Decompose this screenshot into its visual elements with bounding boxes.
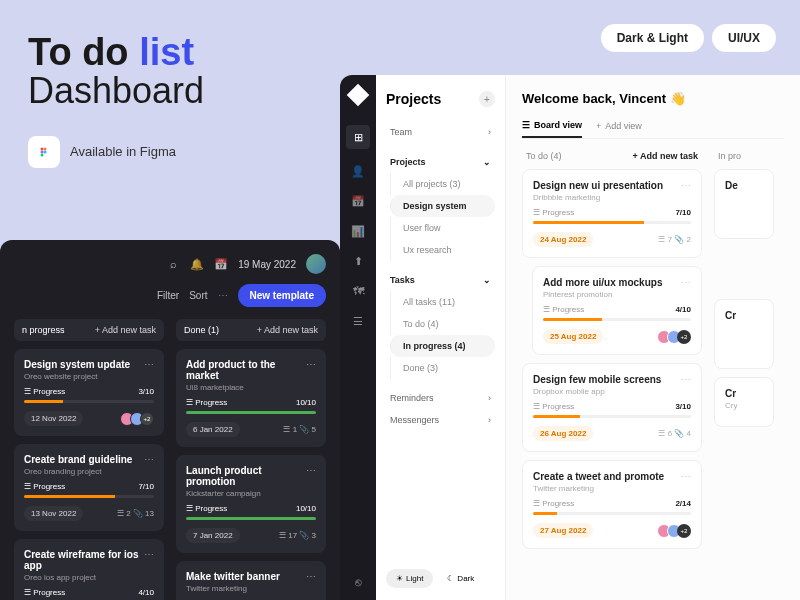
card-title: Design few mobile screens <box>533 374 691 385</box>
pill-uiux[interactable]: UI/UX <box>712 24 776 52</box>
more-icon[interactable]: ⋯ <box>306 571 316 582</box>
more-icon[interactable]: ⋯ <box>681 471 691 482</box>
card-subtitle: Dribbble marketing <box>533 193 691 202</box>
sidebar-item-design-system[interactable]: Design system <box>390 195 495 217</box>
svg-point-2 <box>41 150 44 153</box>
task-card[interactable]: CrCry <box>714 377 774 427</box>
new-template-button[interactable]: New template <box>238 284 326 307</box>
card-title: Make twitter banner <box>186 571 316 582</box>
card-subtitle: Ui8 marketplace <box>186 383 316 392</box>
task-card[interactable]: ⋯ Design few mobile screens Dropbox mobi… <box>522 363 702 452</box>
upload-icon[interactable]: ⬆ <box>350 253 366 269</box>
more-icon[interactable]: ⋯ <box>144 549 154 560</box>
task-card[interactable]: ⋯ Add more ui/ux mockups Pinterest promo… <box>532 266 702 355</box>
card-subtitle: Pinterest promotion <box>543 290 691 299</box>
sidebar-item-user-flow[interactable]: User flow <box>390 217 495 239</box>
app-logo-icon[interactable] <box>347 84 370 107</box>
card-date: 6 Jan 2022 <box>186 422 240 437</box>
add-project-button[interactable]: + <box>479 91 495 107</box>
more-icon[interactable]: ⋯ <box>144 359 154 370</box>
search-icon[interactable]: ⌕ <box>166 257 180 271</box>
view-tabs: ☰ Board view + Add view <box>522 120 784 139</box>
card-subtitle: Twitter marketing <box>533 484 691 493</box>
card-subtitle: Oreo branding project <box>24 467 154 476</box>
sidebar-item-ux-research[interactable]: Ux research <box>390 239 495 261</box>
card-date: 13 Nov 2022 <box>24 506 83 521</box>
task-card[interactable]: ⋯ Launch product promotion Kickstarter c… <box>176 455 326 553</box>
card-title: Add more ui/ux mockups <box>543 277 691 288</box>
card-date: 26 Aug 2022 <box>533 426 593 441</box>
dark-column-progress: n progress+ Add new task ⋯ Design system… <box>14 319 164 600</box>
task-card[interactable]: ⋯ Design system update Oreo website proj… <box>14 349 164 436</box>
figma-badge[interactable]: Available in Figma <box>28 136 204 168</box>
more-icon[interactable]: ⋯ <box>306 465 316 476</box>
calendar-icon[interactable]: 📅 <box>350 193 366 209</box>
task-card[interactable]: ⋯ Create wireframe for ios app Oreo ios … <box>14 539 164 600</box>
task-card[interactable]: ⋯ Add product to the market Ui8 marketpl… <box>176 349 326 447</box>
nav-rail: ⊞ 👤 📅 📊 ⬆ 🗺 ☰ ⎋ <box>340 75 376 600</box>
avatar[interactable] <box>306 254 326 274</box>
svg-point-0 <box>41 147 44 150</box>
card-title: Design new ui presentation <box>533 180 691 191</box>
bell-icon[interactable]: 🔔 <box>190 257 204 271</box>
hero-title-2: Dashboard <box>28 70 204 112</box>
more-icon[interactable]: ⋯ <box>681 180 691 191</box>
card-title: Create a tweet and promote <box>533 471 691 482</box>
settings-icon[interactable]: ☰ <box>350 313 366 329</box>
sidebar-item-messengers[interactable]: Messengers› <box>386 409 495 431</box>
main-content: Welcome back, Vincent 👋 ☰ Board view + A… <box>506 75 800 600</box>
sidebar-item-todo[interactable]: To do (4) <box>390 313 495 335</box>
card-title: Add product to the market <box>186 359 316 381</box>
calendar-icon[interactable]: 📅 <box>214 257 228 271</box>
more-icon[interactable]: ⋯ <box>681 277 691 288</box>
sidebar-item-in-progress[interactable]: In progress (4) <box>390 335 495 357</box>
task-card[interactable]: ⋯ Make twitter banner Twitter marketing … <box>176 561 326 600</box>
add-task-button[interactable]: + Add new task <box>633 151 698 161</box>
map-icon[interactable]: 🗺 <box>350 283 366 299</box>
grid-icon[interactable]: ⊞ <box>346 125 370 149</box>
user-icon[interactable]: 👤 <box>350 163 366 179</box>
card-subtitle: Kickstarter campaign <box>186 489 316 498</box>
task-card[interactable]: ⋯ Create brand guideline Oreo branding p… <box>14 444 164 531</box>
more-icon[interactable]: ⋯ <box>306 359 316 370</box>
hero-section: To do list Dashboard Available in Figma <box>28 32 204 168</box>
light-mode-button[interactable]: ☀ Light <box>386 569 433 588</box>
card-title: Create brand guideline <box>24 454 154 465</box>
sidebar-item-tasks[interactable]: Tasks⌄ <box>386 269 495 291</box>
dark-mode-button[interactable]: ☾ Dark <box>437 569 484 588</box>
pill-group: Dark & Light UI/UX <box>601 24 776 52</box>
more-icon[interactable]: ⋯ <box>144 454 154 465</box>
sidebar-item-reminders[interactable]: Reminders› <box>386 387 495 409</box>
pill-dark-light[interactable]: Dark & Light <box>601 24 704 52</box>
sidebar-item-projects[interactable]: Projects⌄ <box>386 151 495 173</box>
task-card[interactable]: De <box>714 169 774 239</box>
card-subtitle: Oreo ios app project <box>24 573 154 582</box>
task-card[interactable]: ⋯ Design new ui presentation Dribbble ma… <box>522 169 702 258</box>
dark-topbar: ⌕ 🔔 📅 19 May 2022 <box>14 254 326 274</box>
card-date: 27 Aug 2022 <box>533 523 593 538</box>
sort-button[interactable]: Sort <box>189 290 207 301</box>
filter-button[interactable]: Filter <box>157 290 179 301</box>
light-dashboard: ⊞ 👤 📅 📊 ⬆ 🗺 ☰ ⎋ Projects+ Team› Projects… <box>340 75 800 600</box>
logout-icon[interactable]: ⎋ <box>355 576 362 588</box>
svg-point-1 <box>44 147 47 150</box>
figma-icon <box>28 136 60 168</box>
more-icon[interactable]: ⋯ <box>681 374 691 385</box>
sidebar-item-all-tasks[interactable]: All tasks (11) <box>390 291 495 313</box>
sidebar-item-team[interactable]: Team› <box>386 121 495 143</box>
add-task-button[interactable]: + Add new task <box>257 325 318 335</box>
stats-icon[interactable]: 📊 <box>350 223 366 239</box>
add-task-button[interactable]: + Add new task <box>95 325 156 335</box>
card-date: 25 Aug 2022 <box>543 329 603 344</box>
svg-point-3 <box>44 150 47 153</box>
tab-board-view[interactable]: ☰ Board view <box>522 120 582 138</box>
task-card[interactable]: ⋯ Create a tweet and promote Twitter mar… <box>522 460 702 549</box>
tab-add-view[interactable]: + Add view <box>596 120 642 138</box>
sidebar-item-all-projects[interactable]: All projects (3) <box>390 173 495 195</box>
sidebar-item-done[interactable]: Done (3) <box>390 357 495 379</box>
card-subtitle: Twitter marketing <box>186 584 316 593</box>
task-card[interactable]: Cr <box>714 299 774 369</box>
topbar-date: 19 May 2022 <box>238 259 296 270</box>
light-column-inprogress: In pro De Cr CrCry <box>714 151 774 557</box>
light-column-todo: To do (4)+ Add new task ⋯ Design new ui … <box>522 151 702 557</box>
